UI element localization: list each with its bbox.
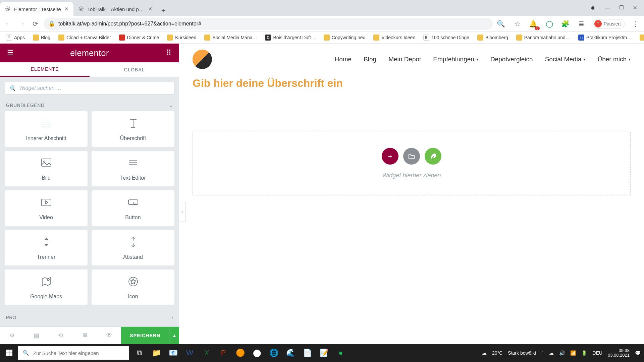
widgets-grid-icon[interactable]: ⠿ [164,48,174,58]
minimize-icon[interactable]: — [605,5,610,11]
widget-icon[interactable]: Icon [92,269,174,305]
widget-divider[interactable]: Trenner [5,230,88,265]
edge-icon[interactable]: 🌊 [283,346,298,360]
file-explorer-icon[interactable]: 📁 [149,346,164,360]
apps-shortcut[interactable]: ⠿Apps [3,33,28,42]
browser-tab-1[interactable]: ⓦ TobiTalk – Aktien und persönlich… ✕ [73,2,157,16]
site-logo[interactable] [193,50,212,69]
nav-depot[interactable]: Mein Depot [388,56,421,63]
empty-section-dropzone[interactable]: ＋ Widget hierher ziehen [193,131,631,195]
add-section-button[interactable]: ＋ [382,148,398,165]
input-lang[interactable]: DEU [592,350,602,356]
extension-icon[interactable]: ◯ [544,19,554,29]
bookmarks-icon[interactable]: ≣ [577,19,587,29]
excel-icon[interactable]: X [199,346,214,360]
tab-elements[interactable]: ELEMENTE [0,62,90,77]
back-button[interactable]: ← [3,19,13,29]
envato-button[interactable] [425,148,441,165]
preview-icon[interactable]: 👁 [97,332,121,339]
widget-video[interactable]: Video [5,190,88,226]
responsive-icon[interactable]: 🖥 [73,332,97,339]
wifi-icon[interactable]: 📶 [570,350,576,356]
action-center-icon[interactable]: 💬 [635,350,641,356]
nav-social[interactable]: Social Media▾ [545,56,586,63]
chrome-icon[interactable]: 🌐 [266,346,281,360]
widget-text-editor[interactable]: Text-Editor [92,151,174,186]
nav-empfehlungen[interactable]: Empfehlungen▾ [433,56,478,63]
tray-chevron-icon[interactable]: ˄ [541,350,544,356]
nav-blog[interactable]: Blog [364,56,376,63]
bookmark-item[interactable]: Copywriting neu [320,33,369,42]
bookmark-item[interactable]: Panoramabahn und… [513,33,574,42]
group-pro-header[interactable]: PRO › [0,310,179,325]
widget-heading[interactable]: Überschrift [92,111,174,147]
save-options-button[interactable]: ▴ [169,327,179,344]
bookmark-item[interactable]: Praktikum WU [636,33,644,42]
settings-icon[interactable]: ⚙ [0,332,24,339]
address-bar[interactable]: 🔒 tobitalk.at/wp-admin/post.php?post=627… [44,18,493,30]
clock[interactable]: 09:38 03.08.2021 [608,348,630,358]
bookmark-item[interactable]: DBois d'Argent Duft… [262,33,319,42]
new-tab-button[interactable]: ＋ [157,4,169,16]
app-icon[interactable]: 🟠 [233,346,248,360]
widget-inner-section[interactable]: Innerer Abschnitt [5,111,88,147]
mail-icon[interactable]: 📧 [166,346,180,360]
widget-image[interactable]: Bild [5,151,88,186]
widget-spacer[interactable]: Abstand [92,230,174,265]
bookmark-item[interactable]: Kursideen [164,33,200,42]
add-template-button[interactable] [403,148,420,165]
browser-titlebar: ⓦ Elementor | Testseite ✕ ⓦ TobiTalk – A… [0,0,644,16]
bookmark-item[interactable]: Social Media Mana… [201,33,260,42]
navigator-icon[interactable]: ▤ [24,332,48,339]
browser-tab-0[interactable]: ⓦ Elementor | Testseite ✕ [0,2,73,16]
extension-icon[interactable]: 🔔3 [528,19,538,29]
spotify-icon[interactable]: ● [333,346,348,360]
save-button[interactable]: SPEICHERN [121,327,169,344]
tab-global[interactable]: GLOBAL [90,62,179,77]
profile-chip[interactable]: T Pausiert [593,19,625,28]
close-icon[interactable]: ✕ [64,6,69,12]
widget-search-input[interactable]: 🔍 Widget suchen … [5,82,174,95]
account-indicator-icon[interactable]: ◉ [591,5,595,11]
nav-depotvergleich[interactable]: Depotvergleich [490,56,533,63]
bookmark-star-icon[interactable]: ☆ [512,19,522,29]
start-button[interactable] [0,344,18,362]
powerpoint-icon[interactable]: P [216,346,231,360]
close-icon[interactable]: ✕ [148,6,153,12]
window-controls: ◉ — ❐ ✕ [591,5,644,16]
bookmark-item[interactable]: Dinner & Crime [116,33,163,42]
weather-icon[interactable]: ☁ [482,350,487,356]
bookmark-item[interactable]: inPraktikum Projektm… [575,33,635,42]
bookmark-item[interactable]: Cload + Canva Bilder [55,33,114,42]
close-window-icon[interactable]: ✕ [633,5,637,11]
widget-google-maps[interactable]: Google Maps [5,269,88,305]
onedrive-icon[interactable]: ☁ [549,350,554,356]
maximize-icon[interactable]: ❐ [619,5,624,11]
forward-button[interactable]: → [17,19,27,29]
group-basic-header[interactable]: GRUNDLEGEND ⌄ [0,99,179,111]
nav-about[interactable]: Über mich▾ [597,56,631,63]
app-icon[interactable]: 📄 [300,346,315,360]
widget-button[interactable]: Button [92,190,174,226]
bookmark-item[interactable]: Bloomberg [474,33,512,42]
bookmark-item[interactable]: B100 schöne Dinge [420,33,473,42]
word-icon[interactable]: W [182,346,197,360]
zoom-icon[interactable]: 🔍 [496,19,506,29]
battery-icon[interactable]: 🔋 [581,350,587,356]
wordpress-icon: ⓦ [78,6,84,12]
obs-icon[interactable]: ⬤ [250,346,264,360]
volume-icon[interactable]: 🔊 [559,350,565,356]
kebab-menu-icon[interactable]: ⋮ [631,19,641,29]
bookmark-item[interactable]: Videokurs Ideen [370,33,419,42]
reload-button[interactable]: ⟳ [30,19,40,29]
nav-home[interactable]: Home [334,56,352,63]
task-view-icon[interactable]: ⧉ [132,346,147,360]
extensions-menu-icon[interactable]: 🧩 [560,19,571,29]
taskbar-search[interactable]: 🔍 Zur Suche Text hier eingeben [18,346,129,360]
collapse-sidebar-handle[interactable]: ‹ [179,202,186,222]
history-icon[interactable]: ⟲ [49,332,73,339]
notepad-icon[interactable]: 📝 [317,346,331,360]
hamburger-icon[interactable]: ☰ [5,48,15,58]
bookmark-item[interactable]: Blog [30,33,54,42]
heading-widget[interactable]: Gib hier deine Überschrift ein [179,72,644,94]
